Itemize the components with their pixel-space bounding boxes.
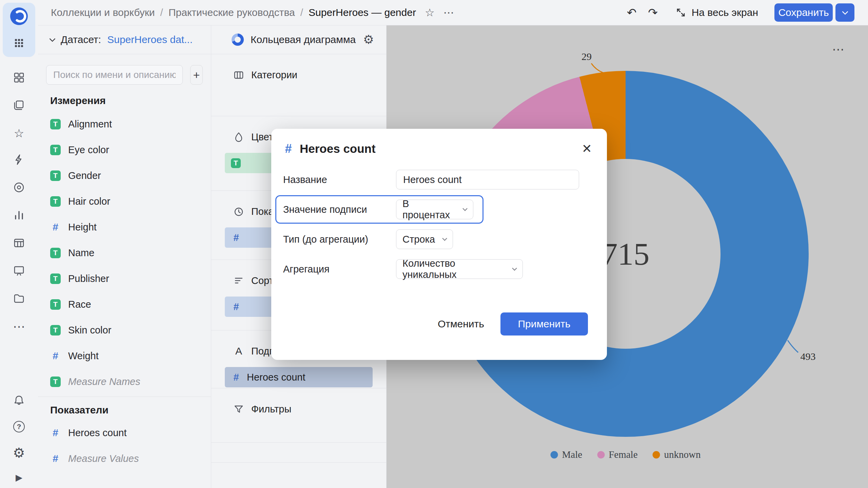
field-label: Name xyxy=(68,247,94,259)
undo-icon[interactable]: ↶ xyxy=(627,6,637,19)
fullscreen-label: На весь экран xyxy=(692,7,758,18)
breadcrumb-current: SuperHeroes — gender xyxy=(309,7,416,18)
labels-field-chip[interactable]: #Heroes count xyxy=(225,367,373,387)
field-gender[interactable]: TGender xyxy=(38,163,211,188)
field-name[interactable]: TName xyxy=(38,240,211,266)
legend-label: unknown xyxy=(664,449,701,460)
expand-icon xyxy=(675,7,686,18)
field-label: Height xyxy=(68,222,97,233)
field-alignment[interactable]: TAlignment xyxy=(38,111,211,137)
files-icon[interactable] xyxy=(13,293,25,306)
save-button[interactable]: Сохранить xyxy=(774,3,833,22)
field-settings-dialog: # Heroes count ✕ Название Значение подпи… xyxy=(271,129,607,360)
donut-chart-type-icon[interactable] xyxy=(232,34,244,46)
section-label: Цвет xyxy=(251,131,273,143)
help-icon[interactable]: ? xyxy=(13,421,25,432)
field-label: Hair color xyxy=(68,196,110,207)
save-options-button[interactable] xyxy=(835,3,854,22)
number-type-icon: # xyxy=(50,427,61,439)
field-measure-values[interactable]: #Measure Values xyxy=(38,446,211,471)
field-skin-color[interactable]: TSkin color xyxy=(38,317,211,343)
name-input[interactable] xyxy=(396,170,579,189)
close-icon[interactable]: ✕ xyxy=(582,142,592,156)
field-label: Eye color xyxy=(68,144,109,156)
field-heroes-count[interactable]: #Heroes count xyxy=(38,420,211,446)
favorite-star-icon[interactable]: ☆ xyxy=(425,6,435,19)
select-value: Строка xyxy=(402,234,435,245)
breadcrumb: Коллекции и воркбуки / Практические руко… xyxy=(51,7,416,18)
legend-label: Male xyxy=(562,449,583,460)
legend-item-male[interactable]: Male xyxy=(551,449,583,460)
string-type-icon: T xyxy=(50,196,61,207)
label-value-select[interactable]: В процентах xyxy=(396,200,473,219)
tables-icon[interactable] xyxy=(13,237,25,250)
widgets-icon[interactable] xyxy=(13,72,25,85)
run-icon[interactable]: ▶ xyxy=(16,473,22,482)
quick-actions-icon[interactable] xyxy=(13,154,25,167)
section-label: Категории xyxy=(251,69,297,81)
field-publisher[interactable]: TPublisher xyxy=(38,266,211,291)
top-bar: Коллекции и воркбуки / Практические руко… xyxy=(38,0,868,25)
dimensions-title: Измерения xyxy=(50,95,199,106)
section-empty xyxy=(211,443,386,463)
aggregation-field-label: Агрегация xyxy=(283,264,396,275)
callout-line-male xyxy=(788,340,798,352)
field-hair-color[interactable]: THair color xyxy=(38,188,211,214)
charts-icon[interactable] xyxy=(13,209,25,222)
highlighted-row: Значение подписи В процентах xyxy=(275,195,484,224)
funnel-icon xyxy=(234,404,244,414)
name-field-label: Название xyxy=(283,174,396,185)
chevron-down-icon xyxy=(512,265,517,270)
redo-icon[interactable]: ↷ xyxy=(648,6,658,19)
cancel-button[interactable]: Отменить xyxy=(438,318,484,330)
fullscreen-button[interactable]: На весь экран xyxy=(675,7,758,18)
sort-icon xyxy=(234,276,244,286)
label-value-field-label: Значение подписи xyxy=(283,204,396,215)
aggregation-select[interactable]: Количество уникальных xyxy=(396,259,523,279)
more-services-icon[interactable]: ⋯ xyxy=(13,321,25,333)
dataset-link[interactable]: SuperHeroes dat... xyxy=(107,34,193,45)
field-height[interactable]: #Height xyxy=(38,214,211,240)
breadcrumb-collections[interactable]: Коллекции и воркбуки xyxy=(51,7,155,18)
settings-icon[interactable]: ⚙ xyxy=(13,446,25,460)
string-type-icon: T xyxy=(50,248,61,258)
collections-icon[interactable] xyxy=(13,100,25,113)
number-type-icon: # xyxy=(50,350,61,362)
search-input[interactable] xyxy=(46,65,183,85)
legend-item-female[interactable]: Female xyxy=(597,449,637,460)
string-type-icon: T xyxy=(50,299,61,310)
rail-top-block xyxy=(3,3,35,57)
datalens-logo[interactable] xyxy=(10,7,28,26)
measures-title: Показатели xyxy=(50,404,199,416)
field-measure-names[interactable]: TMeasure Names xyxy=(38,369,211,394)
field-eye-color[interactable]: TEye color xyxy=(38,137,211,163)
string-type-icon: T xyxy=(50,145,61,155)
more-menu-icon[interactable]: ⋯ xyxy=(443,6,454,19)
chart-more-menu-icon[interactable]: ⋯ xyxy=(832,42,844,57)
legend-item-unknown[interactable]: unknown xyxy=(653,449,701,460)
field-weight[interactable]: #Weight xyxy=(38,343,211,369)
chart-settings-gear-icon[interactable]: ⚙ xyxy=(363,34,374,46)
select-value: Количество уникальных xyxy=(402,258,508,280)
dashboards-icon[interactable] xyxy=(13,265,25,278)
type-select[interactable]: Строка xyxy=(396,229,453,249)
chart-type-label: Кольцевая диаграмма xyxy=(251,34,356,45)
favorites-icon[interactable]: ☆ xyxy=(14,127,24,139)
records-icon[interactable] xyxy=(13,182,25,195)
legend-label: Female xyxy=(609,449,637,460)
field-label: Alignment xyxy=(68,119,112,130)
apply-button[interactable]: Применить xyxy=(500,312,588,336)
section-divider xyxy=(38,396,211,397)
dataset-label: Датасет: xyxy=(61,34,101,45)
left-rail: ☆ ⋯ ? ⚙ ▶ xyxy=(0,0,38,488)
string-type-icon: T xyxy=(50,325,61,336)
breadcrumb-guides[interactable]: Практические руководства xyxy=(169,7,295,18)
field-race[interactable]: TRace xyxy=(38,291,211,317)
field-label: Race xyxy=(68,299,91,310)
add-field-button[interactable]: + xyxy=(190,65,203,85)
field-label: Weight xyxy=(68,350,99,362)
collapse-chevron-icon[interactable] xyxy=(49,36,55,42)
apps-grid-icon[interactable] xyxy=(13,37,25,50)
notifications-icon[interactable] xyxy=(13,394,25,407)
number-type-icon: # xyxy=(50,221,61,233)
